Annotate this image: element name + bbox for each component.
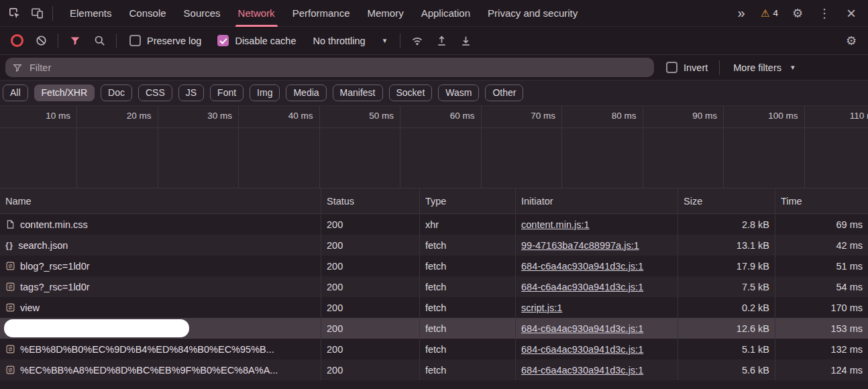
table-row[interactable]: %EB%8D%B0%EC%9D%B4%ED%84%B0%EC%95%B... 2… <box>0 339 868 359</box>
column-header-initiator[interactable]: Initiator <box>515 188 677 213</box>
request-name-cell[interactable]: view <box>0 297 321 318</box>
request-time-cell[interactable]: 170 ms <box>775 297 868 318</box>
column-header-name[interactable]: Name <box>0 188 321 213</box>
resource-filter-fetch-xhr[interactable]: Fetch/XHR <box>34 85 95 101</box>
table-row[interactable]: view 200 fetch script.js:1 0.2 kB 170 ms <box>0 297 868 318</box>
initiator-link[interactable]: 684-c6a4ac930a941d3c.js:1 <box>521 365 643 376</box>
resource-filter-all[interactable]: All <box>3 85 28 101</box>
import-har-button[interactable] <box>430 30 453 52</box>
request-status-cell[interactable]: 200 <box>321 297 419 318</box>
request-name-cell[interactable]: tags?_rsc=1ld0r <box>0 276 321 297</box>
request-status-cell[interactable]: 200 <box>321 214 419 235</box>
request-status-cell[interactable]: 200 <box>321 235 419 256</box>
tab-performance[interactable]: Performance <box>284 0 359 27</box>
resource-filter-socket[interactable]: Socket <box>389 85 433 101</box>
request-size-cell[interactable]: 0.2 kB <box>677 297 775 318</box>
initiator-link[interactable]: script.js:1 <box>521 302 562 313</box>
request-size-cell[interactable]: 5.6 kB <box>677 359 775 380</box>
overflow-menu-button[interactable]: ⋮ <box>813 3 836 24</box>
request-time-cell[interactable]: 69 ms <box>775 214 868 235</box>
clear-network-log-button[interactable] <box>30 30 52 52</box>
close-devtools-button[interactable]: × <box>840 3 863 24</box>
request-size-cell[interactable]: 5.1 kB <box>677 339 775 359</box>
more-filters-button[interactable]: More filters ▾ <box>733 62 794 73</box>
tab-network[interactable]: Network <box>229 0 284 27</box>
network-settings-button[interactable]: ⚙ <box>840 30 863 52</box>
resource-filter-media[interactable]: Media <box>286 85 326 101</box>
tab-elements[interactable]: Elements <box>61 0 121 27</box>
tab-sources[interactable]: Sources <box>175 0 229 27</box>
resource-filter-wasm[interactable]: Wasm <box>438 85 479 101</box>
initiator-link[interactable]: 684-c6a4ac930a941d3c.js:1 <box>521 344 643 355</box>
tab-console[interactable]: Console <box>121 0 175 27</box>
request-time-cell[interactable]: 42 ms <box>775 235 868 256</box>
network-conditions-button[interactable] <box>406 30 429 52</box>
network-overview-timeline[interactable]: 10 ms20 ms30 ms40 ms50 ms60 ms70 ms80 ms… <box>0 106 868 188</box>
request-status-cell[interactable]: 200 <box>321 318 419 339</box>
request-name-cell[interactable]: blog?_rsc=1ld0r <box>0 256 321 276</box>
column-header-time[interactable]: Time <box>775 188 868 213</box>
request-status-cell[interactable]: 200 <box>321 256 419 276</box>
tab-memory[interactable]: Memory <box>359 0 413 27</box>
request-time-cell[interactable]: 54 ms <box>775 276 868 297</box>
filter-toggle-button[interactable] <box>64 30 87 52</box>
request-time-cell[interactable]: 124 ms <box>775 359 868 380</box>
preserve-log-checkbox[interactable]: Preserve log <box>129 35 201 46</box>
request-type-cell[interactable]: fetch <box>419 318 515 339</box>
request-name-cell[interactable]: %EC%BB%A8%ED%8D%BC%EB%9F%B0%EC%8A%A... <box>0 359 321 380</box>
issues-badge[interactable]: ⚠ 4 <box>757 8 782 18</box>
initiator-link[interactable]: 684-c6a4ac930a941d3c.js:1 <box>521 323 643 334</box>
tab-privacy-and-security[interactable]: Privacy and security <box>479 0 586 27</box>
table-row[interactable]: tags?_rsc=1ld0r 200 fetch 684-c6a4ac930a… <box>0 276 868 297</box>
request-status-cell[interactable]: 200 <box>321 339 419 359</box>
request-size-cell[interactable]: 12.6 kB <box>677 318 775 339</box>
request-name-cell[interactable] <box>0 318 321 339</box>
resource-filter-font[interactable]: Font <box>210 85 243 101</box>
column-header-size[interactable]: Size <box>677 188 775 213</box>
request-time-cell[interactable]: 153 ms <box>775 318 868 339</box>
table-row[interactable]: {} search.json 200 fetch 99-47163ba74c88… <box>0 235 868 256</box>
request-type-cell[interactable]: fetch <box>419 359 515 380</box>
filter-input[interactable] <box>28 62 647 74</box>
table-row[interactable]: content.min.css 200 xhr content.min.js:1… <box>0 214 868 235</box>
table-row[interactable]: %EC%BB%A8%ED%8D%BC%EB%9F%B0%EC%8A%A... 2… <box>0 359 868 380</box>
column-header-type[interactable]: Type <box>419 188 515 213</box>
initiator-link[interactable]: content.min.js:1 <box>521 219 590 230</box>
invert-checkbox[interactable]: Invert <box>666 62 708 73</box>
table-row[interactable]: blog?_rsc=1ld0r 200 fetch 684-c6a4ac930a… <box>0 256 868 276</box>
request-type-cell[interactable]: xhr <box>419 214 515 235</box>
export-har-button[interactable] <box>454 30 477 52</box>
resource-filter-doc[interactable]: Doc <box>101 85 132 101</box>
resource-filter-other[interactable]: Other <box>485 85 523 101</box>
request-size-cell[interactable]: 2.8 kB <box>677 214 775 235</box>
resource-filter-manifest[interactable]: Manifest <box>333 85 383 101</box>
request-type-cell[interactable]: fetch <box>419 297 515 318</box>
more-tabs-button[interactable]: » <box>730 3 753 24</box>
request-size-cell[interactable]: 13.1 kB <box>677 235 775 256</box>
resource-filter-css[interactable]: CSS <box>138 85 172 101</box>
device-toolbar-button[interactable] <box>25 3 48 24</box>
initiator-link[interactable]: 684-c6a4ac930a941d3c.js:1 <box>521 282 643 292</box>
inspect-element-button[interactable] <box>3 3 25 24</box>
resource-filter-js[interactable]: JS <box>178 85 204 101</box>
disable-cache-checkbox[interactable]: Disable cache <box>217 35 296 46</box>
resource-filter-img[interactable]: Img <box>250 85 280 101</box>
request-name-cell[interactable]: {} search.json <box>0 235 321 256</box>
request-name-cell[interactable]: %EB%8D%B0%EC%9D%B4%ED%84%B0%EC%95%B... <box>0 339 321 359</box>
request-type-cell[interactable]: fetch <box>419 256 515 276</box>
request-type-cell[interactable]: fetch <box>419 339 515 359</box>
initiator-link[interactable]: 99-47163ba74c88997a.js:1 <box>521 240 639 251</box>
request-size-cell[interactable]: 17.9 kB <box>677 256 775 276</box>
table-row[interactable]: 200 fetch 684-c6a4ac930a941d3c.js:1 12.6… <box>0 318 868 339</box>
request-name-cell[interactable]: content.min.css <box>0 214 321 235</box>
request-status-cell[interactable]: 200 <box>321 359 419 380</box>
request-time-cell[interactable]: 132 ms <box>775 339 868 359</box>
throttling-select[interactable]: No throttling ▾ <box>313 36 386 46</box>
tab-application[interactable]: Application <box>413 0 479 27</box>
settings-button[interactable]: ⚙ <box>786 3 809 24</box>
request-type-cell[interactable]: fetch <box>419 235 515 256</box>
filter-field[interactable] <box>5 58 654 77</box>
request-status-cell[interactable]: 200 <box>321 276 419 297</box>
request-size-cell[interactable]: 7.5 kB <box>677 276 775 297</box>
request-time-cell[interactable]: 51 ms <box>775 256 868 276</box>
